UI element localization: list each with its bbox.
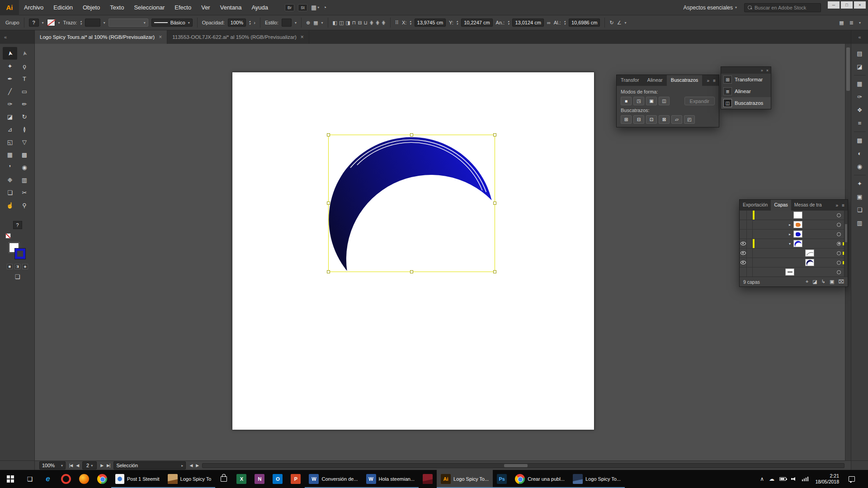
gradient-panel-button[interactable]: ▩ [854, 135, 866, 146]
menu-ver[interactable]: Ver [196, 0, 215, 15]
stroke-caret-icon[interactable]: ▾ [58, 21, 60, 25]
select-similar-icon[interactable]: ▦ [313, 20, 318, 26]
workspace-switcher[interactable]: Aspectos esenciales▾ [684, 5, 737, 11]
taskbar-clock[interactable]: 2:21 18/05/2018 [813, 473, 841, 485]
last-artboard-button[interactable]: ▶| [107, 463, 110, 468]
action-center-icon[interactable] [849, 476, 855, 482]
horizontal-scrollbar[interactable] [202, 463, 844, 468]
drawer-close-icon[interactable]: × [766, 68, 769, 73]
panel-menu-icon[interactable]: ≡ [713, 78, 716, 83]
outline-button[interactable]: ▱ [671, 115, 682, 124]
visibility-cell[interactable] [740, 220, 747, 229]
visibility-cell[interactable] [740, 267, 747, 277]
lock-cell[interactable] [747, 230, 753, 239]
artboards-panel-button[interactable]: ▥ [854, 217, 866, 229]
minimize-button[interactable]: ─ [828, 1, 840, 9]
tab-mesas-de-trabajo[interactable]: Mesas de tra [791, 200, 825, 211]
intersect-button[interactable]: ▣ [646, 97, 657, 105]
panel-overflow-icon[interactable]: » [836, 203, 839, 208]
drawer-item-alinear[interactable]: ≣Alinear [721, 85, 771, 97]
visibility-cell[interactable] [740, 230, 747, 239]
taskbar-firefox[interactable] [75, 470, 93, 488]
minus-back-button[interactable]: ◰ [684, 115, 695, 124]
width-stepper[interactable]: ▴▾ [508, 20, 509, 25]
scrollbar-thumb[interactable] [504, 464, 528, 467]
color-panel-button[interactable]: ▤ [854, 48, 866, 59]
selection-handle[interactable] [493, 270, 496, 273]
menu-edición[interactable]: Edición [48, 0, 78, 15]
transform-rotate-icon[interactable]: ↻ [609, 20, 613, 26]
paintbrush-tool[interactable]: ✑ [3, 98, 17, 110]
panel-overflow-icon[interactable]: » [707, 78, 710, 83]
volume-icon[interactable] [791, 477, 797, 482]
st-badge[interactable]: St [298, 4, 307, 11]
lock-cell[interactable] [747, 249, 753, 258]
align-horizontal-right-icon[interactable]: ◨ [345, 20, 350, 26]
scroll-left-button[interactable]: ◀ [189, 463, 192, 468]
target-icon[interactable] [837, 261, 841, 265]
height-stepper[interactable]: ▴▾ [564, 20, 566, 25]
help-button[interactable]: ? [13, 221, 22, 229]
lock-cell[interactable] [747, 258, 753, 267]
style-caret-icon[interactable]: ▾ [295, 21, 297, 25]
scrollbar-thumb[interactable] [845, 224, 847, 242]
graphic-styles-panel-button[interactable]: ✦ [854, 178, 866, 189]
height-field[interactable]: 10,6986 cm [569, 19, 600, 27]
menu-efecto[interactable]: Efecto [170, 0, 196, 15]
target-icon[interactable] [837, 242, 841, 246]
width-tool[interactable]: ≬ [17, 123, 32, 136]
restore-button[interactable]: □ [841, 1, 853, 9]
taskbar-illustrator[interactable]: AiLogo Spicy To... [437, 470, 493, 488]
scale-tool[interactable]: ⊿ [3, 123, 17, 136]
br-badge[interactable]: Br [285, 4, 294, 11]
expand-button[interactable]: Expandir [684, 97, 715, 105]
close-tab-icon[interactable]: × [301, 34, 304, 40]
align-horizontal-left-icon[interactable]: ◧ [333, 20, 337, 26]
align-vertical-bottom-icon[interactable]: ⊔ [364, 20, 368, 26]
artboard-tool[interactable]: ❏ [3, 186, 17, 199]
selection-handle[interactable] [493, 202, 496, 205]
brush-definition-dropdown[interactable]: Básico▾ [151, 19, 193, 27]
tab-exportacion[interactable]: Exportación [740, 200, 771, 211]
distribute-center-v-icon[interactable]: ⋕ [375, 20, 379, 26]
document-setup-icon[interactable]: ⊕ [306, 20, 310, 26]
stroke-weight-field[interactable] [85, 19, 100, 27]
expand-arrow-icon[interactable]: ▸ [786, 223, 793, 227]
lock-cell[interactable] [747, 211, 753, 220]
previous-artboard-button[interactable]: ◀ [76, 463, 79, 468]
stroke-weight-caret-icon[interactable]: ▾ [104, 21, 105, 25]
selection-bounding-box[interactable] [328, 135, 495, 272]
scroll-right-button[interactable]: ▶ [196, 463, 198, 468]
menu-ventana[interactable]: Ventana [215, 0, 247, 15]
merge-button[interactable]: ⊡ [646, 115, 657, 124]
transparency-panel-button[interactable]: ◐ [854, 148, 866, 159]
lock-cell[interactable] [747, 220, 753, 229]
artboard-number-field[interactable]: 2▾ [82, 461, 97, 469]
layer-6-row[interactable] [740, 258, 848, 267]
slice-tool[interactable]: ✂ [17, 186, 32, 199]
first-artboard-button[interactable]: |◀ [69, 463, 72, 468]
expand-arrow-icon[interactable]: ▾ [786, 242, 793, 246]
drawer-item-buscatrazos[interactable]: ◫Buscatrazos [721, 97, 771, 109]
taskbar-chrome-window[interactable]: Crear una publ... [511, 470, 569, 488]
scrollbar-thumb[interactable] [846, 47, 850, 91]
magic-wand-tool[interactable]: ✦ [3, 60, 17, 72]
pen-tool[interactable]: ✒ [3, 72, 17, 85]
taskbar-excel[interactable]: X [232, 470, 250, 488]
lock-cell[interactable] [747, 267, 753, 277]
column-graph-tool[interactable]: ▥ [17, 174, 32, 186]
target-icon[interactable] [837, 232, 841, 236]
opacity-field[interactable]: 100% [228, 19, 246, 27]
line-segment-tool[interactable]: ╱ [3, 85, 17, 98]
adobe-stock-search[interactable]: Buscar en Adobe Stock [744, 3, 821, 12]
rotate-tool[interactable]: ↻ [17, 110, 32, 123]
screen-mode-icon[interactable]: ❏ [15, 273, 20, 280]
menu-seleccionar[interactable]: Seleccionar [129, 0, 170, 15]
delete-layer-icon[interactable]: ⌧ [838, 279, 844, 285]
layer-1-row[interactable] [740, 211, 848, 220]
visibility-cell[interactable] [740, 239, 747, 248]
make-clipping-mask-icon[interactable]: ◪ [812, 279, 817, 285]
tab-buscatrazos[interactable]: Buscatrazos [667, 75, 703, 86]
taskbar-logo-spicy-file[interactable]: Logo Spicy To [164, 470, 216, 488]
network-icon[interactable] [802, 477, 809, 481]
